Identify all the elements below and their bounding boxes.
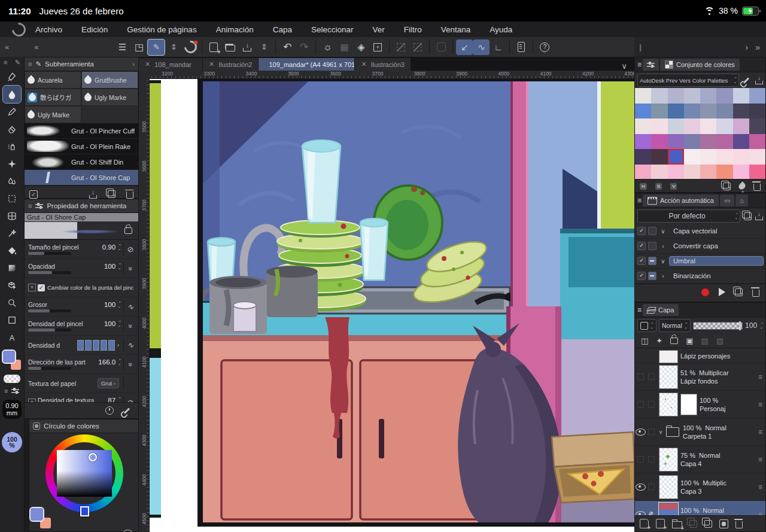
action-checkbox[interactable]: ✓ [637,242,646,250]
action-checkbox[interactable]: ✓ [637,257,646,265]
toolbar-button[interactable] [315,41,316,54]
layer-row[interactable]: ✎ ∨ Lápiz personajes ≡ [635,348,765,363]
color-swatch[interactable] [668,134,684,150]
color-swatch[interactable] [716,165,732,180]
toolbar-button[interactable] [433,39,449,55]
color-swatch[interactable] [700,104,716,119]
close-tab-icon[interactable]: ✕ [209,60,214,68]
document-tab[interactable]: ✕ Ilustración3 [355,58,411,71]
expand-panel-icon[interactable]: › [746,42,749,52]
color-swatch[interactable] [749,149,765,165]
color-swatch[interactable] [749,165,765,180]
tool-fill[interactable] [3,242,21,259]
canvas-artwork[interactable] [150,79,634,532]
param-dynamics-icon[interactable] [123,300,137,314]
color-swatch[interactable] [651,165,667,180]
add-color-droplet-icon[interactable] [737,181,747,191]
layer-row[interactable]: ✎ ∨ 100 %Multiplic Capa 3 ≡ [635,473,765,501]
edit-palette-wrench-icon[interactable] [743,77,750,84]
subtool-group-tab[interactable]: 散らばりガ [25,89,81,106]
action-expand-icon[interactable]: › [659,273,667,279]
color-swatch[interactable] [635,118,651,134]
toolbar-button[interactable] [352,39,369,55]
layer-opacity-slider[interactable] [693,322,743,330]
color-wheel[interactable] [29,433,138,517]
toolbar-button[interactable] [369,39,386,55]
tool-frame[interactable] [3,311,21,329]
collapse-subtool-panel-button[interactable]: « [29,42,43,51]
expand-all-panels-icon[interactable]: » [755,42,760,52]
tool-zoom[interactable] [3,294,21,311]
tool-brush[interactable] [3,86,21,103]
param-dynamics-icon[interactable] [123,358,137,371]
collapse-left-panel-button[interactable]: « [0,42,14,51]
combine-layer-icon[interactable] [704,520,712,528]
param-slider[interactable] [28,271,71,274]
tool-decoration[interactable] [3,155,21,172]
layer-row[interactable]: ✎ ∨ 100 %Normal Carpeta 1 ≡ [635,418,765,446]
toolbar-button[interactable] [490,39,506,55]
toolbar-button[interactable] [279,39,296,55]
color-swatch[interactable] [749,88,765,104]
tab-layer[interactable]: Capa [643,304,679,316]
action-set-dropdown[interactable]: Por defecto ⌃⌄ [637,209,740,223]
action-dialog-toggle[interactable] [648,227,656,235]
tool-selection[interactable] [3,190,21,207]
color-swatch[interactable] [651,149,667,165]
param-slider[interactable] [28,367,71,370]
toolbar-button[interactable] [429,41,430,54]
tool-text[interactable]: A [3,329,21,346]
delete-color-icon[interactable] [753,184,761,191]
new-folder-icon[interactable] [672,521,682,528]
param-dynamics-icon[interactable] [123,377,137,390]
layer-thumbnail[interactable] [659,448,678,472]
toolbar-button[interactable] [473,39,490,55]
param-dynamics-icon[interactable] [123,396,137,403]
delete-action-icon[interactable] [752,290,759,297]
color-swatch[interactable] [700,134,716,150]
color-swatch[interactable] [668,165,684,180]
color-swatch[interactable] [684,165,700,180]
param-dynamics-icon[interactable] [123,262,137,275]
layer-thumbnail[interactable] [659,503,678,516]
tab-color-sliders[interactable] [643,59,659,71]
color-swatch[interactable] [749,104,765,119]
ruler-layer-icon-disabled[interactable]: ▧ [716,336,724,345]
param-slider[interactable] [28,309,71,312]
panel-expand-icon[interactable]: › [132,60,135,68]
toolbar-button[interactable] [393,39,409,55]
main-color-swatch[interactable] [3,351,15,363]
clip-to-layer-icon[interactable]: ◫ [641,336,648,345]
brush-opacity-indicator[interactable]: 100 % [2,432,22,452]
menu-item[interactable]: Edición [72,25,117,34]
layer-drag-handle[interactable]: ≡ [755,483,765,491]
duplicate-action-set-icon[interactable] [744,212,752,220]
layer-thumbnail[interactable] [659,350,678,363]
reset-settings-icon[interactable] [105,406,114,415]
close-tab-icon[interactable]: ✕ [361,60,366,68]
brush-item[interactable]: Grut - OI Shore Cap [25,170,138,186]
subtool-group-tab[interactable]: Acuarela [25,71,81,89]
color-swatch[interactable] [700,88,716,104]
param-spinner[interactable]: ⌃⌄ [117,359,121,365]
toolbar-button[interactable] [114,39,130,55]
color-swatch[interactable] [700,149,716,165]
tool-marker[interactable] [3,103,21,120]
layer-row[interactable]: ✎ ∨ 51 %Multiplicar Lápiz fondos ≡ [635,363,765,391]
color-swatch[interactable] [700,165,716,180]
hue-marker[interactable] [80,506,89,516]
sv-picker-handle[interactable] [89,453,97,461]
brush-item[interactable]: Grut - OI Pincher Cuff [25,123,138,139]
param-level-blocks[interactable]: › [77,340,119,351]
delete-subtool-icon[interactable] [126,191,133,199]
action-row[interactable]: ✓ › Binarización [635,269,765,284]
menu-item[interactable]: Ver [363,25,394,34]
color-swatch[interactable] [684,149,700,165]
color-swatch[interactable] [733,149,749,165]
tool-mesh[interactable] [3,207,21,224]
color-swatch[interactable] [733,118,749,134]
lock-transparent-pixels-icon[interactable]: ▣ [686,336,693,345]
toolbar-button[interactable] [509,41,510,54]
param-dropdown[interactable]: Grut - [98,378,119,388]
param-spinner[interactable]: ⌃⌄ [117,244,121,250]
